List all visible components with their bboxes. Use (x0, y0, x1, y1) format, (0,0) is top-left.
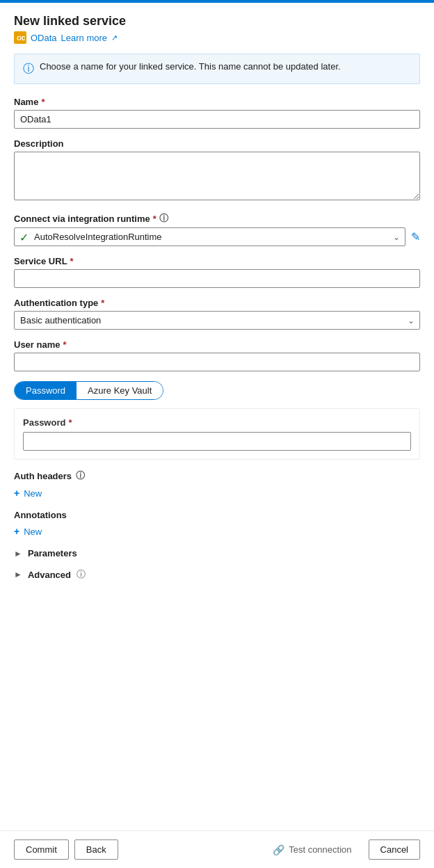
odata-icon: OD (14, 31, 26, 44)
password-required-star: * (68, 417, 72, 428)
external-link-icon: ↗ (111, 33, 118, 42)
edit-runtime-icon[interactable]: ✎ (411, 230, 420, 243)
name-field-group: Name * (14, 97, 420, 129)
odata-service-label: OData (31, 33, 57, 43)
auth-type-field-group: Authentication type * Anonymous Basic au… (14, 298, 420, 330)
info-icon: ⓘ (23, 62, 34, 77)
svg-text:OD: OD (17, 35, 25, 42)
green-check-icon: ✓ (19, 230, 29, 243)
annotations-group: Annotations + New (14, 510, 420, 538)
username-label: User name * (14, 339, 420, 350)
username-field-group: User name * (14, 339, 420, 371)
advanced-chevron-icon: ► (14, 570, 22, 579)
name-input[interactable] (14, 110, 420, 129)
auth-headers-group: Auth headers ⓘ + New (14, 469, 420, 500)
description-label: Description (14, 138, 420, 149)
service-url-input[interactable] (14, 269, 420, 288)
parameters-label: Parameters (28, 548, 77, 558)
back-button[interactable]: Back (74, 839, 118, 860)
page-title: New linked service (14, 14, 420, 29)
connect-info-icon[interactable]: ⓘ (159, 212, 168, 225)
auth-type-dropdown-wrapper: Anonymous Basic authentication Windows A… (14, 311, 420, 330)
test-connection-button[interactable]: 🔗 Test connection (262, 840, 362, 860)
name-label: Name * (14, 97, 420, 107)
auth-headers-label: Auth headers ⓘ (14, 469, 420, 482)
footer: Commit Back 🔗 Test connection Cancel (0, 830, 434, 868)
advanced-expandable-row[interactable]: ► Advanced ⓘ (14, 568, 420, 581)
auth-headers-info-icon[interactable]: ⓘ (76, 469, 85, 482)
subtitle-row: OD OData Learn more ↗ (14, 31, 420, 44)
connect-required-star: * (153, 214, 156, 224)
parameters-expandable-row[interactable]: ► Parameters (14, 548, 420, 558)
auth-type-select[interactable]: Anonymous Basic authentication Windows A… (14, 311, 420, 330)
annotations-new-button[interactable]: + New (14, 524, 42, 538)
auth-type-required-star: * (101, 298, 104, 308)
username-input[interactable] (14, 353, 420, 371)
annotations-label: Annotations (14, 510, 420, 520)
password-input[interactable] (23, 432, 411, 451)
azure-key-vault-tab-button[interactable]: Azure Key Vault (77, 382, 163, 399)
service-url-required-star: * (70, 256, 74, 266)
advanced-label: Advanced (28, 570, 71, 580)
advanced-info-icon[interactable]: ⓘ (77, 568, 86, 581)
password-section: Password Azure Key Vault Password * (14, 381, 420, 460)
password-inner-label: Password * (23, 417, 411, 428)
password-toggle-group: Password Azure Key Vault (14, 381, 163, 400)
commit-button[interactable]: Commit (14, 839, 69, 860)
info-banner-text: Choose a name for your linked service. T… (40, 61, 341, 72)
password-inner-section: Password * (14, 408, 420, 460)
name-required-star: * (41, 97, 45, 107)
cancel-button[interactable]: Cancel (369, 839, 420, 860)
main-content: New linked service OD OData Learn more ↗… (0, 3, 434, 830)
integration-runtime-field-group: Connect via integration runtime * ⓘ ✓ Au… (14, 212, 420, 246)
auth-headers-plus-icon: + (14, 488, 19, 499)
info-banner: ⓘ Choose a name for your linked service.… (14, 54, 420, 84)
integration-runtime-row: ✓ AutoResolveIntegrationRuntime ⌄ ✎ (14, 227, 420, 246)
password-tab-button[interactable]: Password (15, 382, 77, 399)
service-url-label: Service URL * (14, 256, 420, 266)
description-field-group: Description (14, 138, 420, 202)
connect-label: Connect via integration runtime * ⓘ (14, 212, 420, 225)
runtime-select[interactable]: AutoResolveIntegrationRuntime (14, 227, 405, 246)
service-url-field-group: Service URL * (14, 256, 420, 288)
test-connection-icon: 🔗 (273, 844, 284, 855)
parameters-divider: ► Parameters (14, 548, 420, 558)
learn-more-link[interactable]: Learn more (61, 33, 107, 43)
advanced-divider: ► Advanced ⓘ (14, 568, 420, 581)
username-required-star: * (63, 339, 66, 350)
description-textarea[interactable] (14, 152, 420, 200)
parameters-chevron-icon: ► (14, 549, 22, 558)
auth-headers-new-button[interactable]: + New (14, 486, 42, 500)
auth-type-label: Authentication type * (14, 298, 420, 308)
annotations-plus-icon: + (14, 526, 19, 537)
runtime-dropdown-wrapper: ✓ AutoResolveIntegrationRuntime ⌄ (14, 227, 405, 246)
